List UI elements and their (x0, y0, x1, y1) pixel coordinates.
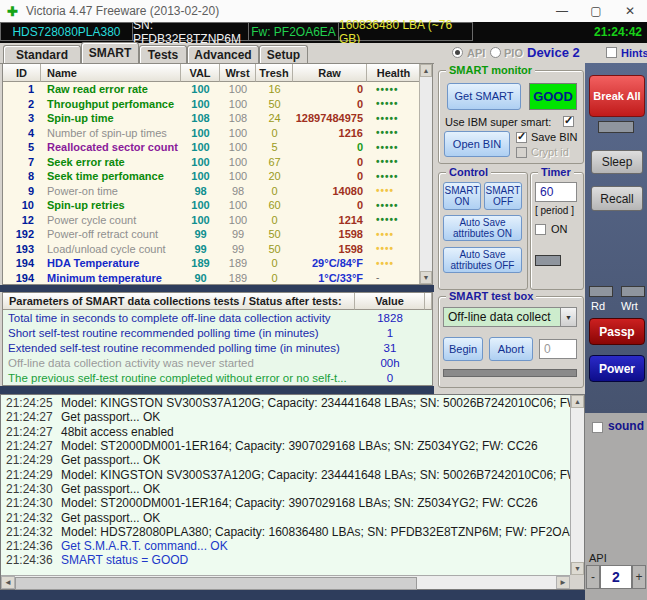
attr-name: Power-off retract count (41, 228, 181, 240)
attr-worst: 100 (220, 127, 256, 139)
attr-threshold: 20 (256, 170, 293, 182)
timer-on-checkbox[interactable] (535, 223, 546, 235)
smart-col-header-health[interactable]: Health (367, 64, 421, 82)
api-number-increment-button[interactable]: + (632, 565, 646, 589)
attr-value: 100 (181, 170, 220, 182)
smart-attribute-row[interactable]: 193Load/unload cycle count9999501598•••• (3, 242, 421, 257)
parameter-row[interactable]: Extended self-test routine recommended p… (3, 340, 432, 355)
parameter-row[interactable]: Off-line data collection activity was ne… (3, 356, 432, 371)
break-all-button[interactable]: Break All (589, 75, 645, 117)
log-scroll-up-icon[interactable]: ▲ (571, 395, 584, 408)
recall-button[interactable]: Recall (591, 186, 643, 211)
sound-checkbox[interactable] (592, 421, 603, 433)
control-title: Control (446, 166, 491, 178)
passport-button[interactable]: Passp (589, 318, 645, 345)
hints-checkbox-box (606, 47, 617, 58)
ibm-smart-checkbox[interactable] (563, 115, 574, 127)
smart-col-header-wrst[interactable]: Wrst (220, 64, 256, 82)
log-vertical-scrollbar[interactable]: ▲ ▼ (570, 395, 584, 575)
smart-table-scrollbar[interactable]: ▲ ▼ (419, 64, 432, 284)
smart-col-header-raw[interactable]: Raw (293, 64, 367, 82)
open-bin-button[interactable]: Open BIN (444, 131, 510, 157)
parameter-value: 31 (355, 342, 425, 354)
hints-checkbox[interactable] (606, 46, 617, 58)
drive-info-bar: HDS728080PLA380 SN: PFDB32E8TZNP6M Fw: P… (0, 22, 647, 43)
power-button[interactable]: Power (589, 355, 645, 382)
attr-health-dots: •••• (367, 243, 421, 254)
smart-col-header-val[interactable]: VAL (181, 64, 220, 82)
smart-attribute-row[interactable]: 3Spin-up time1081082412897484975••••• (3, 111, 421, 126)
parameter-row[interactable]: The previous self-test routine completed… (3, 371, 432, 386)
sleep-button[interactable]: Sleep (591, 150, 643, 174)
attr-value: 100 (181, 98, 220, 110)
smart-attribute-row[interactable]: 192Power-off retract count9999501598•••• (3, 227, 421, 242)
abort-button[interactable]: Abort (489, 337, 533, 361)
smart-off-button[interactable]: SMART OFF (484, 182, 522, 210)
attr-name: Reallocated sector count (41, 141, 181, 153)
smart-attribute-row[interactable]: 4Number of spin-up times10010001216••••• (3, 126, 421, 141)
log-horizontal-scrollbar[interactable]: ◄ ► (1, 575, 570, 589)
smart-attribute-row[interactable]: 10Spin-up retries100100600••••• (3, 198, 421, 213)
api-radio[interactable] (452, 46, 463, 58)
get-smart-button[interactable]: Get SMART (447, 83, 521, 110)
log-line: 21:24:29Model: KINGSTON SV300S37A120G; C… (1, 467, 570, 481)
attr-raw: 0 (293, 156, 367, 168)
smart-col-header-name[interactable]: Name (41, 64, 181, 82)
attr-threshold: 0 (256, 127, 293, 139)
log-timestamp: 21:24:30 (1, 496, 61, 510)
smart-on-button[interactable]: SMART ON (443, 182, 481, 210)
attr-worst: 99 (220, 228, 256, 240)
dropdown-arrow-icon[interactable]: ▼ (560, 308, 576, 326)
tab-setup[interactable]: Setup (259, 45, 308, 63)
timer-period-input[interactable]: 60 (535, 182, 577, 202)
tab-standard[interactable]: Standard (3, 45, 81, 63)
attr-value: 100 (181, 127, 220, 139)
smart-attribute-row[interactable]: 194Minimum temperature9018901°C/33°F- (3, 271, 421, 286)
tab-tests[interactable]: Tests (139, 45, 187, 63)
smart-attribute-row[interactable]: 1Raw read error rate100100160••••• (3, 82, 421, 97)
smart-attribute-row[interactable]: 2Throughput perfomance100100500••••• (3, 97, 421, 112)
api-number-decrement-button[interactable]: - (586, 565, 600, 589)
pio-radio[interactable] (490, 46, 501, 58)
scroll-up-icon[interactable]: ▲ (420, 64, 432, 77)
attr-value: 100 (181, 156, 220, 168)
crypt-id-checkbox[interactable] (516, 146, 527, 158)
begin-button[interactable]: Begin (443, 337, 483, 361)
smart-attribute-row[interactable]: 8Seek time perfomance100100200••••• (3, 169, 421, 184)
log-scroll-left-icon[interactable]: ◄ (1, 576, 15, 589)
parameter-row[interactable]: Short self-test routine recommended poll… (3, 325, 432, 340)
autosave-on-button[interactable]: Auto Save attributes ON (443, 215, 522, 241)
parameter-value: 1828 (355, 312, 425, 324)
tab-smart[interactable]: SMART (81, 42, 139, 63)
test-counter-input[interactable]: 0 (539, 339, 577, 359)
log-hscroll-thumb[interactable] (15, 577, 417, 590)
smart-attribute-row[interactable]: 12Power cycle count10010001214••••• (3, 213, 421, 228)
scroll-down-icon[interactable]: ▼ (420, 271, 432, 284)
smart-attribute-row[interactable]: 5Reallocated sector count10010050••••• (3, 140, 421, 155)
maximize-button[interactable]: ▢ (579, 1, 613, 22)
smart-attribute-row[interactable]: 194HDA Temperature189189029°C/84°F•••• (3, 256, 421, 271)
tab-advanced[interactable]: Advanced (187, 45, 259, 63)
test-type-dropdown[interactable]: Off-line data collect ▼ (443, 307, 577, 327)
close-button[interactable]: ✕ (613, 1, 647, 22)
log-scroll-right-icon[interactable]: ► (556, 576, 570, 589)
autosave-off-button[interactable]: Auto Save attributes OFF (443, 247, 522, 273)
smart-col-header-id[interactable]: ID (3, 64, 41, 82)
log-message: Model: KINGSTON SV300S37A120G; Capacity:… (61, 468, 570, 482)
smart-attribute-row[interactable]: 9Power-on time9898014080•••• (3, 184, 421, 199)
crypt-id-label: Crypt id (531, 146, 569, 158)
smart-attribute-row[interactable]: 7Seek error rate100100670••••• (3, 155, 421, 170)
ibm-smart-checkbox-box (563, 116, 574, 127)
parameter-row[interactable]: Total time in seconds to complete off-li… (3, 310, 432, 325)
attr-raw: 1°C/33°F (293, 272, 367, 284)
save-bin-checkbox[interactable] (516, 131, 527, 143)
attr-value: 108 (181, 112, 220, 124)
log-scroll-down-icon[interactable]: ▼ (571, 562, 584, 575)
attr-id: 9 (3, 185, 41, 197)
minimize-button[interactable]: — (545, 1, 579, 22)
smart-col-header-tresh[interactable]: Tresh (256, 64, 293, 82)
attr-threshold: 0 (256, 214, 293, 226)
attr-worst: 99 (220, 243, 256, 255)
api-number-value: 2 (600, 565, 632, 589)
infobar-spacer (473, 22, 589, 41)
